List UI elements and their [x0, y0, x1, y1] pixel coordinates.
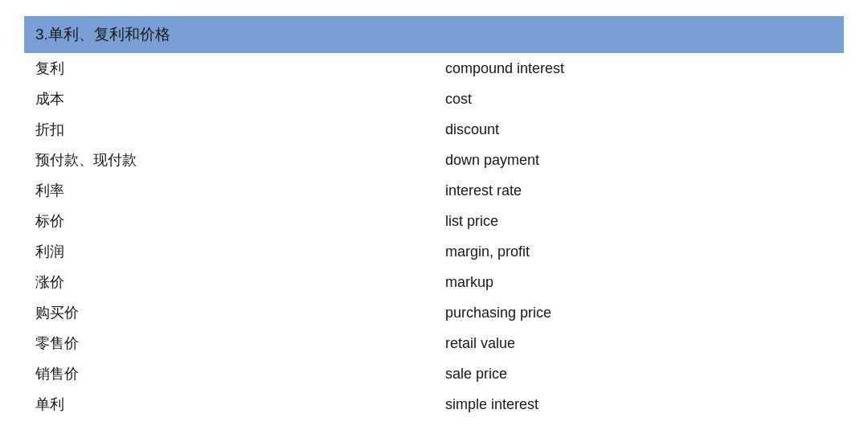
chinese-term: 涨价 [24, 267, 434, 297]
english-term: down payment [434, 145, 844, 175]
chinese-term: 标价 [24, 206, 434, 236]
table-row: 零售价retail value [24, 328, 844, 358]
table-row: 折扣discount [24, 114, 844, 145]
chinese-term: 利润 [24, 236, 434, 267]
english-term: discount [434, 114, 844, 145]
chinese-term: 复利 [24, 53, 434, 84]
chinese-term: 销售价 [24, 358, 434, 389]
chinese-term: 利率 [24, 175, 434, 206]
vocab-table: 复利compound interest成本cost折扣discount预付款、现… [24, 53, 844, 420]
english-term: sale price [434, 358, 844, 389]
table-row: 利率interest rate [24, 175, 844, 206]
table-row: 预付款、现付款down payment [24, 145, 844, 175]
table-row: 利润margin, profit [24, 236, 844, 267]
chinese-term: 成本 [24, 84, 434, 114]
chinese-term: 单利 [24, 389, 434, 420]
table-row: 涨价markup [24, 267, 844, 297]
table-row: 单利simple interest [24, 389, 844, 420]
english-term: cost [434, 84, 844, 114]
english-term: list price [434, 206, 844, 236]
english-term: margin, profit [434, 236, 844, 267]
table-row: 购买价purchasing price [24, 297, 844, 328]
english-term: purchasing price [434, 297, 844, 328]
chinese-term: 零售价 [24, 328, 434, 358]
table-row: 复利compound interest [24, 53, 844, 84]
chinese-term: 预付款、现付款 [24, 145, 434, 175]
english-term: compound interest [434, 53, 844, 84]
english-term: interest rate [434, 175, 844, 206]
chinese-term: 购买价 [24, 297, 434, 328]
section-title: 3.单利、复利和价格 [35, 26, 170, 43]
english-term: retail value [434, 328, 844, 358]
english-term: markup [434, 267, 844, 297]
chinese-term: 折扣 [24, 114, 434, 145]
main-container: 3.单利、复利和价格 复利compound interest成本cost折扣di… [0, 0, 868, 434]
english-term: simple interest [434, 389, 844, 420]
section-header: 3.单利、复利和价格 [24, 16, 844, 53]
table-row: 标价list price [24, 206, 844, 236]
table-row: 销售价sale price [24, 358, 844, 389]
table-row: 成本cost [24, 84, 844, 114]
